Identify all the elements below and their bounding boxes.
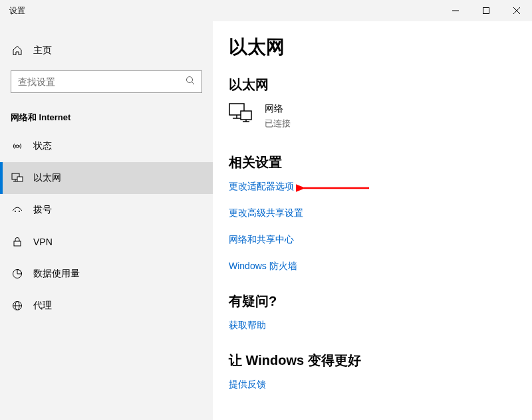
close-icon bbox=[513, 7, 520, 14]
svg-point-6 bbox=[16, 145, 19, 148]
link-network-sharing-center[interactable]: 网络和共享中心 bbox=[229, 234, 532, 246]
home-link[interactable]: 主页 bbox=[0, 36, 213, 65]
ethernet-icon bbox=[11, 173, 24, 183]
svg-rect-21 bbox=[241, 111, 251, 120]
better-heading: 让 Windows 变得更好 bbox=[229, 352, 532, 369]
svg-line-5 bbox=[192, 82, 195, 85]
svg-point-12 bbox=[19, 211, 20, 212]
network-status: 已连接 bbox=[265, 118, 291, 130]
feedback-links: 提供反馈 bbox=[229, 379, 532, 391]
search-box[interactable] bbox=[11, 70, 202, 93]
help-links: 获取帮助 bbox=[229, 320, 532, 332]
sidebar-item-status[interactable]: 状态 bbox=[0, 130, 213, 162]
sidebar-item-data-usage[interactable]: 数据使用量 bbox=[0, 258, 213, 290]
network-icon bbox=[229, 103, 253, 126]
window-title-text: 设置 bbox=[9, 5, 25, 17]
titlebar: 设置 bbox=[0, 0, 532, 21]
network-section-heading: 以太网 bbox=[229, 76, 532, 94]
svg-rect-1 bbox=[483, 8, 489, 14]
question-heading: 有疑问? bbox=[229, 292, 532, 310]
nav-section-title: 网络和 Internet bbox=[0, 93, 213, 130]
main-content: 以太网 以太网 网络 已连接 相关设置 更改适配器选项 更改高级共享 bbox=[213, 21, 532, 420]
proxy-icon bbox=[11, 300, 24, 311]
svg-rect-8 bbox=[17, 177, 23, 181]
sidebar-item-label: 以太网 bbox=[33, 172, 61, 184]
sidebar-item-label: 数据使用量 bbox=[33, 268, 80, 280]
sidebar-item-proxy[interactable]: 代理 bbox=[0, 290, 213, 322]
vpn-icon bbox=[11, 237, 24, 247]
home-label: 主页 bbox=[33, 45, 52, 56]
search-icon bbox=[186, 76, 195, 88]
maximize-icon bbox=[483, 7, 489, 14]
svg-point-11 bbox=[15, 211, 16, 212]
page-title: 以太网 bbox=[229, 35, 532, 60]
link-feedback[interactable]: 提供反馈 bbox=[229, 379, 532, 391]
svg-rect-13 bbox=[14, 241, 21, 246]
sidebar-item-ethernet[interactable]: 以太网 bbox=[0, 162, 213, 194]
related-links: 更改适配器选项 更改高级共享设置 网络和共享中心 Windows 防火墙 bbox=[229, 181, 532, 272]
sidebar-item-label: VPN bbox=[33, 237, 53, 247]
status-icon bbox=[11, 141, 24, 152]
close-button[interactable] bbox=[501, 0, 532, 21]
link-get-help[interactable]: 获取帮助 bbox=[229, 320, 532, 332]
maximize-button[interactable] bbox=[471, 0, 501, 21]
link-adapter-options[interactable]: 更改适配器选项 bbox=[229, 181, 532, 193]
link-advanced-sharing[interactable]: 更改高级共享设置 bbox=[229, 207, 532, 219]
search-input[interactable] bbox=[18, 76, 186, 87]
window-controls bbox=[440, 0, 532, 21]
link-windows-firewall[interactable]: Windows 防火墙 bbox=[229, 261, 532, 272]
network-name: 网络 bbox=[265, 103, 291, 115]
minimize-button[interactable] bbox=[440, 0, 471, 21]
sidebar-item-dialup[interactable]: 拨号 bbox=[0, 194, 213, 226]
sidebar: 主页 网络和 Internet 状态 以太网 拨号 bbox=[0, 21, 213, 420]
sidebar-item-vpn[interactable]: VPN bbox=[0, 226, 213, 258]
sidebar-item-label: 状态 bbox=[33, 140, 52, 152]
dialup-icon bbox=[11, 206, 24, 214]
sidebar-item-label: 拨号 bbox=[33, 204, 52, 216]
minimize-icon bbox=[452, 7, 459, 14]
network-entry[interactable]: 网络 已连接 bbox=[229, 103, 532, 130]
sidebar-item-label: 代理 bbox=[33, 300, 52, 312]
svg-point-4 bbox=[187, 77, 193, 83]
window-title: 设置 bbox=[0, 5, 25, 17]
home-icon bbox=[11, 45, 24, 56]
related-settings-heading: 相关设置 bbox=[229, 154, 532, 171]
data-usage-icon bbox=[11, 268, 24, 279]
